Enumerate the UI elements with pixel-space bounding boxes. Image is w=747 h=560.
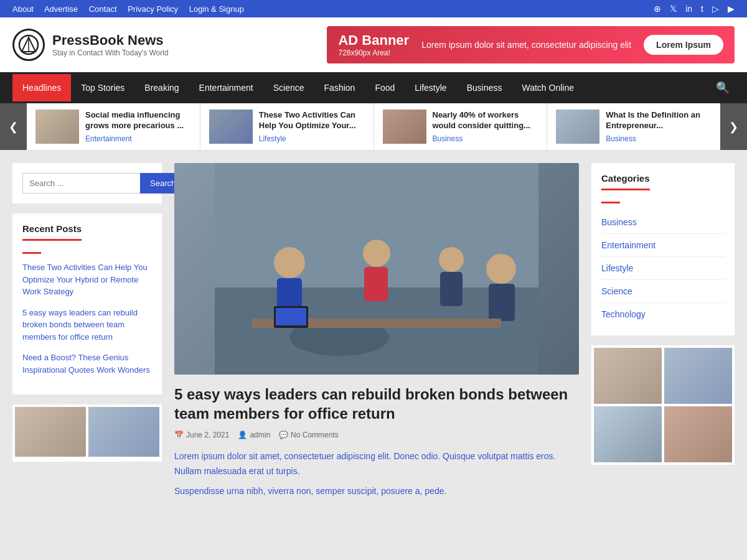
linkedin-icon[interactable]: in <box>685 4 692 14</box>
ticker-cat-3[interactable]: Business <box>606 134 636 143</box>
ticker-cat-0[interactable]: Entertainment <box>85 134 132 143</box>
social-icons: ⊕ 𝕏 in t ▷ ▶ <box>654 4 735 14</box>
ticker-img-3 <box>556 110 599 144</box>
nav-headlines[interactable]: Headlines <box>12 74 71 101</box>
sidebar-images <box>12 404 162 462</box>
vimeo-icon[interactable]: ▷ <box>712 4 719 14</box>
article-comments-icon: 💬 No Comments <box>279 431 339 439</box>
main-nav: Headlines Top Stories Breaking Entertain… <box>0 72 747 103</box>
photo-grid-widget <box>591 345 735 465</box>
categories-widget: Categories Business Entertainment Lifest… <box>591 163 735 335</box>
category-link-0[interactable]: Business <box>601 217 637 227</box>
ticker-item-3: What Is the Definition an Entrepreneur..… <box>547 103 720 150</box>
category-link-4[interactable]: Technology <box>601 309 646 319</box>
svg-point-12 <box>486 254 516 284</box>
nav-business[interactable]: Business <box>457 74 512 101</box>
nav-lifestyle[interactable]: Lifestyle <box>405 74 456 101</box>
nav-fashion[interactable]: Fashion <box>314 74 365 101</box>
sidebar-photo-1 <box>15 407 86 457</box>
tumblr-icon[interactable]: t <box>701 4 703 14</box>
ticker-img-0 <box>35 110 79 144</box>
list-item: Science <box>601 280 725 303</box>
search-box: Search <box>12 163 162 203</box>
recent-post-link-1[interactable]: 5 easy ways leaders can rebuild broken b… <box>22 308 138 342</box>
categories-title: Categories <box>601 173 650 190</box>
ticker-cat-1[interactable]: Lifestyle <box>259 134 286 143</box>
logo-icon <box>12 29 45 61</box>
nav-food[interactable]: Food <box>365 74 405 101</box>
categories-divider <box>601 202 620 203</box>
nav-watch-online[interactable]: Watch Online <box>512 74 584 101</box>
section-divider <box>22 252 41 254</box>
article-meta: 📅 June 2, 2021 👤 admin 💬 No Comments <box>174 431 579 439</box>
main-content: 5 easy ways leaders can rebuild broken b… <box>174 163 579 504</box>
about-link[interactable]: About <box>12 4 34 14</box>
login-link[interactable]: Login & Signup <box>189 4 244 14</box>
site-tagline: Stay in Contact With Today's World <box>52 49 169 57</box>
nav-breaking[interactable]: Breaking <box>134 74 189 101</box>
photo-cell-2 <box>664 348 732 404</box>
logo-svg <box>18 34 39 55</box>
article-comments: No Comments <box>291 431 339 439</box>
ticker-title-0: Social media influencing grows more prec… <box>85 110 191 131</box>
advertise-link[interactable]: Advertise <box>44 4 78 14</box>
recent-posts-widget: Recent Posts These Two Activities Can He… <box>12 213 162 394</box>
list-item: These Two Activities Can Help You Optimi… <box>22 261 152 298</box>
article-featured-image <box>174 163 579 375</box>
privacy-link[interactable]: Privacy Policy <box>128 4 178 14</box>
sidebar-left: Search Recent Posts These Two Activities… <box>12 163 162 504</box>
photo-cell-4 <box>664 406 732 462</box>
ticker-img-1 <box>209 110 253 144</box>
ad-banner-title-block: AD Banner 728x90px Area! <box>338 32 409 57</box>
logo: PressBook News Stay in Contact With Toda… <box>12 29 169 61</box>
ticker-img-2 <box>383 110 426 144</box>
category-link-1[interactable]: Entertainment <box>601 240 655 250</box>
youtube-icon[interactable]: ▶ <box>728 4 735 14</box>
article-author-icon: 👤 admin <box>238 431 270 439</box>
wordpress-icon[interactable]: ⊕ <box>654 4 661 14</box>
svg-point-10 <box>439 247 464 272</box>
twitter-icon[interactable]: 𝕏 <box>670 4 677 14</box>
article-date: June 2, 2021 <box>186 431 229 439</box>
ticker-prev-button[interactable]: ❮ <box>0 103 27 150</box>
svg-rect-9 <box>364 267 388 301</box>
photo-grid <box>594 348 732 462</box>
nav-entertainment[interactable]: Entertainment <box>189 74 263 101</box>
ticker-title-2: Nearly 40% of workers would consider qui… <box>433 110 538 131</box>
ticker-item-2: Nearly 40% of workers would consider qui… <box>374 103 548 150</box>
sidebar-photo-2 <box>88 407 159 457</box>
list-item: Technology <box>601 303 725 325</box>
ad-banner-button[interactable]: Lorem Ipsum <box>644 35 723 55</box>
category-link-2[interactable]: Lifestyle <box>601 263 633 273</box>
article-date-icon: 📅 June 2, 2021 <box>174 431 229 439</box>
header: PressBook News Stay in Contact With Toda… <box>0 17 747 72</box>
nav-search-icon[interactable]: 🔍 <box>711 72 735 103</box>
nav-science[interactable]: Science <box>263 74 314 101</box>
top-bar: About Advertise Contact Privacy Policy L… <box>0 0 747 17</box>
nav-top-stories[interactable]: Top Stories <box>71 74 134 101</box>
ticker-cat-2[interactable]: Business <box>433 134 463 143</box>
search-form: Search <box>22 173 152 194</box>
article-author: admin <box>250 431 270 439</box>
main-layout: Search Recent Posts These Two Activities… <box>0 151 747 516</box>
list-item: Business <box>601 211 725 234</box>
article-body-p1: Lorem ipsum dolor sit amet, consectetuer… <box>174 449 579 479</box>
contact-link[interactable]: Contact <box>89 4 117 14</box>
list-item: Need a Boost? These Genius Inspirational… <box>22 352 152 376</box>
svg-rect-16 <box>276 308 306 325</box>
recent-post-link-0[interactable]: These Two Activities Can Help You Optimi… <box>22 263 148 296</box>
search-input[interactable] <box>22 173 140 194</box>
recent-post-link-2[interactable]: Need a Boost? These Genius Inspirational… <box>22 353 150 375</box>
svg-point-8 <box>363 240 390 267</box>
ticker-title-1: These Two Activities Can Help You Optimi… <box>259 110 365 131</box>
ticker-items: Social media influencing grows more prec… <box>27 103 720 150</box>
ticker-next-button[interactable]: ❯ <box>720 103 747 150</box>
ticker-item-1: These Two Activities Can Help You Optimi… <box>200 103 374 150</box>
ticker-item: Social media influencing grows more prec… <box>27 103 200 150</box>
ad-banner-title: AD Banner <box>338 32 409 49</box>
recent-posts-list: These Two Activities Can Help You Optimi… <box>22 261 152 376</box>
category-link-3[interactable]: Science <box>601 286 632 296</box>
photo-cell-3 <box>594 406 662 462</box>
ticker-content-1: These Two Activities Can Help You Optimi… <box>259 110 365 144</box>
sidebar-img-row-1 <box>15 407 159 457</box>
